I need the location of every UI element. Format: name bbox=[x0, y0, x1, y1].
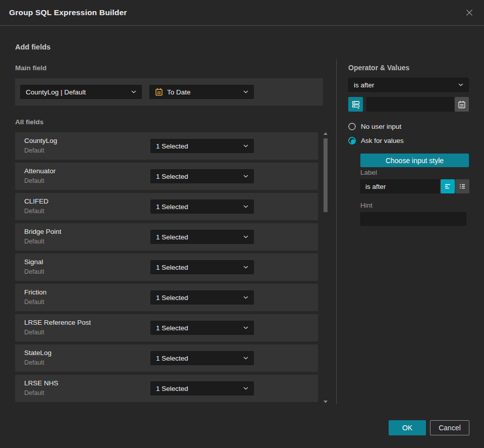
section-divider bbox=[336, 60, 337, 404]
date-picker-button[interactable] bbox=[455, 97, 469, 112]
chevron-down-icon bbox=[243, 357, 248, 360]
main-field-panel: CountyLog | Default To Date bbox=[15, 78, 323, 106]
field-subtitle: Default bbox=[24, 359, 44, 366]
field-name: Friction bbox=[24, 288, 46, 296]
list-input-style-button[interactable] bbox=[455, 179, 469, 193]
dialog-header: Group SQL Expression Builder bbox=[0, 0, 484, 26]
field-values-select-value: 1 Selected bbox=[156, 173, 188, 180]
close-icon[interactable] bbox=[464, 7, 475, 18]
field-subtitle: Default bbox=[24, 147, 44, 154]
field-name: Bridge Point bbox=[24, 228, 62, 235]
field-name: CountyLog bbox=[24, 137, 57, 144]
operator-select-value: is after bbox=[354, 81, 374, 89]
field-values-select[interactable]: 1 Selected bbox=[150, 351, 254, 365]
chevron-down-icon bbox=[458, 83, 463, 86]
field-values-select-value: 1 Selected bbox=[156, 233, 188, 241]
field-name: LRSE Reference Post bbox=[24, 319, 91, 326]
field-values-select-value: 1 Selected bbox=[156, 264, 188, 271]
field-values-select-value: 1 Selected bbox=[156, 142, 188, 150]
main-field-label: Main field bbox=[15, 64, 46, 72]
value-input[interactable] bbox=[366, 97, 454, 112]
field-name: LRSE NHS bbox=[24, 379, 59, 387]
chevron-down-icon bbox=[243, 144, 248, 147]
unique-values-button[interactable] bbox=[348, 97, 363, 112]
chevron-down-icon bbox=[243, 175, 248, 178]
text-input-style-button[interactable] bbox=[441, 179, 455, 193]
field-row: CountyLog Default 1 Selected bbox=[15, 132, 318, 160]
field-values-select[interactable]: 1 Selected bbox=[150, 290, 254, 305]
ok-button[interactable]: OK bbox=[389, 420, 426, 435]
field-values-select-value: 1 Selected bbox=[156, 294, 188, 302]
date-field-select-value: To Date bbox=[167, 88, 191, 96]
radio-label: No user input bbox=[361, 123, 401, 130]
field-subtitle: Default bbox=[24, 238, 44, 245]
field-row: LRSE NHS Default 1 Selected bbox=[15, 375, 318, 402]
radio-circle[interactable] bbox=[348, 123, 356, 130]
field-row: LRSE Reference Post Default 1 Selected bbox=[15, 314, 318, 341]
radio-option[interactable]: No user input bbox=[348, 123, 469, 130]
field-subtitle: Default bbox=[24, 177, 44, 184]
field-row: Friction Default 1 Selected bbox=[15, 284, 318, 311]
hint-input[interactable] bbox=[360, 212, 466, 226]
user-input-radio-group: No user input Ask for values bbox=[348, 123, 469, 151]
radio-option[interactable]: Ask for values bbox=[348, 137, 469, 144]
choose-input-style-button[interactable]: Choose input style bbox=[360, 154, 469, 167]
date-field-select[interactable]: To Date bbox=[149, 85, 254, 99]
operator-select[interactable]: is after bbox=[348, 78, 469, 92]
group-sql-expression-builder-dialog: Group SQL Expression Builder Add fields … bbox=[0, 0, 484, 448]
list-scrollbar[interactable] bbox=[321, 130, 330, 405]
label-field-label: Label bbox=[360, 169, 377, 176]
field-values-select[interactable]: 1 Selected bbox=[150, 260, 254, 274]
field-values-select[interactable]: 1 Selected bbox=[150, 381, 254, 395]
field-row: CLIFED Default 1 Selected bbox=[15, 193, 318, 220]
cancel-button[interactable]: Cancel bbox=[430, 420, 469, 435]
field-subtitle: Default bbox=[24, 389, 44, 396]
scroll-down-icon[interactable] bbox=[324, 401, 328, 403]
field-values-select-value: 1 Selected bbox=[156, 203, 188, 211]
field-values-select[interactable]: 1 Selected bbox=[150, 139, 254, 153]
field-name: Signal bbox=[24, 258, 43, 266]
field-name: CLIFED bbox=[24, 197, 48, 205]
stacked-values-icon bbox=[351, 100, 360, 109]
field-values-select-value: 1 Selected bbox=[156, 385, 188, 392]
operator-values-heading: Operator & Values bbox=[348, 64, 409, 72]
hint-field-label: Hint bbox=[360, 202, 372, 209]
radio-label: Ask for values bbox=[361, 137, 404, 144]
align-left-icon bbox=[444, 182, 452, 190]
all-fields-list: CountyLog Default 1 Selected Attenuator … bbox=[15, 132, 318, 405]
add-fields-heading: Add fields bbox=[15, 43, 50, 51]
chevron-down-icon bbox=[131, 90, 136, 93]
chevron-down-icon bbox=[243, 296, 248, 299]
chevron-down-icon bbox=[243, 387, 248, 390]
field-values-select[interactable]: 1 Selected bbox=[150, 230, 254, 244]
field-name: Attenuator bbox=[24, 167, 56, 175]
chevron-down-icon bbox=[243, 266, 248, 269]
field-values-select-value: 1 Selected bbox=[156, 324, 188, 332]
field-subtitle: Default bbox=[24, 268, 44, 275]
calendar-icon bbox=[458, 101, 466, 109]
field-subtitle: Default bbox=[24, 298, 44, 306]
field-values-select-value: 1 Selected bbox=[156, 355, 188, 362]
field-values-select[interactable]: 1 Selected bbox=[150, 200, 254, 214]
list-icon bbox=[458, 182, 466, 190]
main-field-select[interactable]: CountyLog | Default bbox=[20, 85, 142, 99]
main-field-select-value: CountyLog | Default bbox=[26, 88, 86, 96]
all-fields-label: All fields bbox=[15, 118, 43, 126]
label-input[interactable] bbox=[360, 179, 440, 193]
field-subtitle: Default bbox=[24, 208, 44, 215]
field-row: Attenuator Default 1 Selected bbox=[15, 163, 318, 190]
field-subtitle: Default bbox=[24, 329, 44, 336]
chevron-down-icon bbox=[243, 326, 248, 329]
scroll-up-icon[interactable] bbox=[324, 132, 328, 135]
chevron-down-icon bbox=[243, 90, 248, 93]
scrollbar-thumb[interactable] bbox=[324, 138, 328, 212]
chevron-down-icon bbox=[243, 205, 248, 208]
radio-circle[interactable] bbox=[348, 137, 356, 144]
field-row: Signal Default 1 Selected bbox=[15, 254, 318, 281]
field-values-select[interactable]: 1 Selected bbox=[150, 321, 254, 335]
chevron-down-icon bbox=[243, 235, 248, 238]
calendar-icon bbox=[155, 88, 163, 96]
field-values-select[interactable]: 1 Selected bbox=[150, 169, 254, 183]
field-name: StateLog bbox=[24, 349, 51, 357]
dialog-title: Group SQL Expression Builder bbox=[9, 8, 464, 17]
